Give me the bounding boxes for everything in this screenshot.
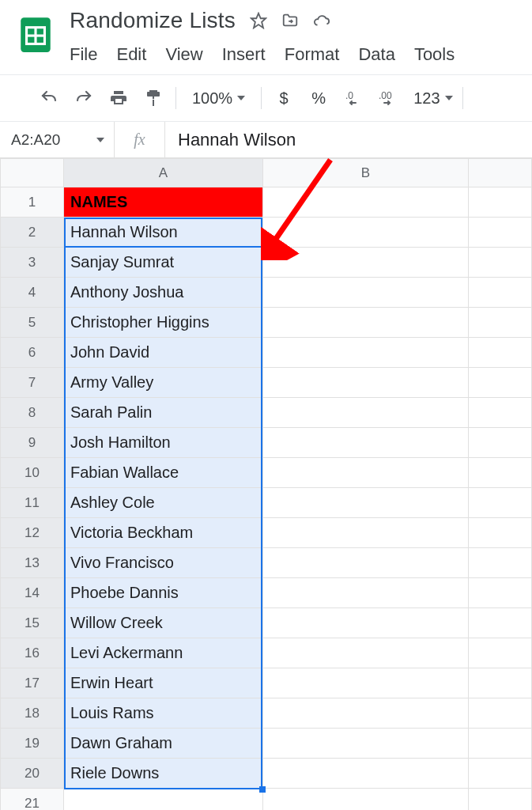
cell[interactable] [469, 518, 532, 548]
cell[interactable] [469, 759, 532, 789]
name-box[interactable]: A2:A20 [0, 122, 115, 157]
row-header[interactable]: 15 [1, 608, 64, 638]
cell-a15[interactable]: Willow Creek [64, 608, 263, 638]
cell-a1[interactable]: NAMES [64, 187, 263, 218]
cell[interactable] [263, 578, 469, 608]
undo-button[interactable] [32, 82, 66, 114]
cell[interactable] [263, 218, 469, 248]
cell[interactable] [469, 698, 532, 729]
increase-decimal-button[interactable]: .00 [371, 82, 406, 114]
row-header[interactable]: 10 [1, 458, 64, 488]
spreadsheet-grid[interactable]: A B 1 NAMES 2Hannah Wilson 3Sanjay Sumra… [0, 158, 532, 810]
cell-a2[interactable]: Hannah Wilson [64, 218, 263, 248]
cell[interactable] [469, 578, 532, 608]
cell-a8[interactable]: Sarah Palin [64, 398, 263, 428]
cloud-status-icon[interactable] [313, 12, 330, 29]
row-header[interactable]: 5 [1, 308, 64, 338]
format-percent-button[interactable]: % [301, 82, 336, 114]
select-all-corner[interactable] [1, 159, 64, 187]
row-header[interactable]: 19 [1, 729, 64, 759]
cell[interactable] [469, 608, 532, 638]
cell[interactable] [263, 308, 469, 338]
cell[interactable] [469, 488, 532, 518]
row-header[interactable]: 16 [1, 638, 64, 668]
cell[interactable] [263, 488, 469, 518]
row-header[interactable]: 2 [1, 218, 64, 248]
cell[interactable] [263, 789, 469, 811]
cell[interactable] [263, 278, 469, 308]
cell-a16[interactable]: Levi Ackermann [64, 638, 263, 668]
cell-a3[interactable]: Sanjay Sumrat [64, 248, 263, 278]
cell[interactable] [263, 638, 469, 668]
row-header[interactable]: 11 [1, 488, 64, 518]
row-header[interactable]: 14 [1, 578, 64, 608]
row-header[interactable]: 9 [1, 428, 64, 458]
cell[interactable] [263, 518, 469, 548]
cell[interactable] [469, 248, 532, 278]
menu-tools[interactable]: Tools [414, 44, 455, 65]
cell[interactable] [263, 398, 469, 428]
zoom-dropdown[interactable]: 100% [181, 89, 256, 108]
cell[interactable] [263, 548, 469, 578]
cell[interactable] [469, 308, 532, 338]
row-header[interactable]: 12 [1, 518, 64, 548]
menu-format[interactable]: Format [285, 44, 340, 65]
column-header-b[interactable]: B [263, 159, 469, 187]
cell[interactable] [469, 278, 532, 308]
cell[interactable] [263, 338, 469, 368]
cell[interactable] [469, 428, 532, 458]
cell[interactable] [469, 368, 532, 398]
cell-a5[interactable]: Christopher Higgins [64, 308, 263, 338]
column-header-a[interactable]: A [64, 159, 263, 187]
cell[interactable] [263, 729, 469, 759]
cell[interactable] [263, 759, 469, 789]
cell-a17[interactable]: Erwin Heart [64, 668, 263, 698]
paint-format-button[interactable] [136, 82, 171, 114]
menu-file[interactable]: File [70, 44, 97, 65]
cell-a12[interactable]: Victoria Beckham [64, 518, 263, 548]
row-header[interactable]: 8 [1, 398, 64, 428]
cell[interactable] [469, 638, 532, 668]
formula-input[interactable] [165, 122, 532, 157]
row-header[interactable]: 4 [1, 278, 64, 308]
cell-a7[interactable]: Army Valley [64, 368, 263, 398]
document-title[interactable]: Randomize Lists [70, 8, 236, 33]
star-icon[interactable] [250, 12, 267, 29]
decrease-decimal-button[interactable]: .0 [336, 82, 371, 114]
cell[interactable] [469, 789, 532, 811]
cell[interactable] [469, 187, 532, 218]
row-header[interactable]: 1 [1, 187, 64, 218]
cell[interactable] [263, 698, 469, 729]
cell[interactable] [263, 187, 469, 218]
cell[interactable] [469, 338, 532, 368]
cell-a4[interactable]: Anthony Joshua [64, 278, 263, 308]
row-header[interactable]: 7 [1, 368, 64, 398]
row-header[interactable]: 17 [1, 668, 64, 698]
cell-a11[interactable]: Ashley Cole [64, 488, 263, 518]
cell[interactable] [263, 368, 469, 398]
menu-data[interactable]: Data [358, 44, 394, 65]
cell[interactable] [469, 398, 532, 428]
cell[interactable] [263, 608, 469, 638]
move-to-folder-icon[interactable] [281, 12, 299, 29]
column-header-c[interactable] [469, 159, 532, 187]
cell-a19[interactable]: Dawn Graham [64, 729, 263, 759]
row-header[interactable]: 18 [1, 698, 64, 729]
menu-edit[interactable]: Edit [116, 44, 146, 65]
cell[interactable] [263, 248, 469, 278]
cell[interactable] [469, 729, 532, 759]
cell[interactable] [64, 789, 263, 811]
cell[interactable] [469, 548, 532, 578]
row-header[interactable]: 21 [1, 789, 64, 811]
cell[interactable] [263, 428, 469, 458]
cell-a20[interactable]: Riele Downs [64, 759, 263, 789]
menu-view[interactable]: View [165, 44, 202, 65]
cell[interactable] [469, 458, 532, 488]
cell-a14[interactable]: Phoebe Dannis [64, 578, 263, 608]
number-format-dropdown[interactable]: 123 [406, 89, 457, 108]
cell[interactable] [469, 218, 532, 248]
cell-a10[interactable]: Fabian Wallace [64, 458, 263, 488]
cell-a9[interactable]: Josh Hamilton [64, 428, 263, 458]
cell[interactable] [263, 668, 469, 698]
cell-a6[interactable]: John David [64, 338, 263, 368]
